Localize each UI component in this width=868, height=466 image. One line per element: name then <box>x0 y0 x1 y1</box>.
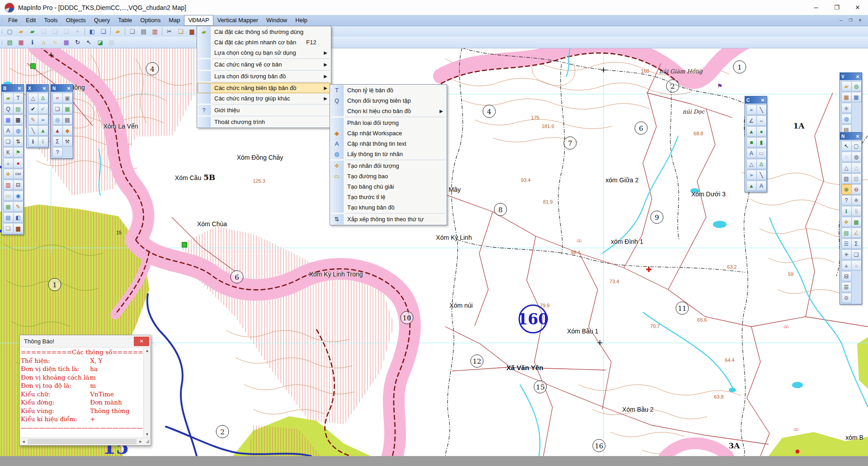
grid-black-2-icon[interactable]: ▩ <box>13 114 24 125</box>
vdmap-menu-item[interactable]: ▰Cài đặt các thông số thường dùng <box>198 27 330 37</box>
select-circle-icon[interactable]: ◌ <box>841 152 852 162</box>
palette-title-bar[interactable]: B✕ <box>2 85 24 92</box>
map-points-icon[interactable]: ▦ <box>851 92 862 102</box>
map-pencil-icon[interactable]: ▦ <box>841 92 852 102</box>
check-light-icon[interactable]: ✔ <box>38 104 48 114</box>
rotate-view-icon[interactable]: ↻ <box>72 38 83 48</box>
vdmap-menu-item[interactable]: Các chức năng trợ giúp khác▶ <box>198 93 330 104</box>
child-restore-button[interactable]: ❐ <box>846 17 855 24</box>
reshape-add-icon[interactable]: ∆ <box>756 159 767 169</box>
reshape-add-icon[interactable]: ∆ <box>38 93 48 103</box>
menubar-item-vertical-mapper[interactable]: Vertical Mapper <box>213 15 262 26</box>
dialog-vertical-scrollbar[interactable]: ▲ ▼ <box>143 347 151 437</box>
document-icon[interactable]: ▤ <box>62 114 73 125</box>
scale-2-icon[interactable]: ⊟ <box>841 271 852 281</box>
legend-icon[interactable]: ☰ <box>841 238 852 249</box>
rectangle-icon[interactable]: ■ <box>746 137 757 147</box>
vdmap-menu-item[interactable]: Lựa chọn công cụ bạn sử dụng▶ <box>198 48 330 58</box>
select-arrow-2-icon[interactable]: ↖ <box>84 38 94 48</box>
save-disk-icon[interactable]: ◧ <box>13 212 24 223</box>
info-2-icon[interactable]: ℹ <box>841 206 852 216</box>
zoom-out-icon[interactable]: ⊖ <box>851 184 862 195</box>
label-tag-icon[interactable]: ❖ <box>3 169 14 179</box>
query-Q-icon[interactable]: Q <box>3 104 14 114</box>
pan-hand-icon[interactable]: ❖ <box>851 195 862 205</box>
menubar-item-map[interactable]: Map <box>165 15 184 26</box>
submenu-item[interactable]: Tạo bảng chú giải <box>330 181 446 192</box>
zoom-in-icon[interactable]: ⊕ <box>841 184 852 195</box>
flag-icon[interactable]: ⚑ <box>13 147 24 157</box>
resize-grip-icon[interactable]: ◢ <box>144 438 151 445</box>
text-arrow-icon[interactable]: A <box>756 181 767 191</box>
scroll-right-icon[interactable]: ► <box>137 439 144 444</box>
menubar-item-query[interactable]: Query <box>90 15 114 26</box>
map-edit-icon[interactable]: ▦ <box>62 104 73 114</box>
frame-icon[interactable]: ▭ <box>3 190 14 201</box>
pin-arrow-icon[interactable]: ➢ <box>746 170 757 180</box>
paste-clip-icon[interactable]: ▆ <box>187 26 197 36</box>
rounded-rect-icon[interactable]: ▮ <box>756 137 767 147</box>
submenu-item[interactable]: Phân loại đối tượng <box>330 118 446 128</box>
scroll-left-icon[interactable]: ◄ <box>20 439 27 444</box>
window-gray-icon[interactable]: ❏ <box>50 26 60 36</box>
help-2-icon[interactable]: ? <box>841 195 852 205</box>
select-poly-icon[interactable]: △ <box>841 162 852 173</box>
vdmap-menu-item[interactable]: Lựa chọn đối tượng bản đồ▶ <box>198 71 330 81</box>
image-window-icon[interactable]: ❏ <box>52 104 63 114</box>
scroll-down-icon[interactable]: ▼ <box>145 432 149 437</box>
node-gear-icon[interactable]: ✳ <box>841 249 852 260</box>
reshape-icon[interactable]: △ <box>746 159 757 169</box>
clip-gray-icon[interactable]: § <box>851 206 862 216</box>
vdmap-menu-item[interactable]: ?Giới thiệu <box>198 105 330 115</box>
help-icon[interactable]: ? <box>52 147 63 157</box>
traffic-light-icon[interactable]: ▥ <box>3 180 14 190</box>
record-red-icon[interactable]: ● <box>13 158 24 168</box>
equals-icon[interactable]: = <box>52 93 63 103</box>
info-white-icon[interactable]: ℹ <box>28 136 38 147</box>
grid-red-icon[interactable]: ▦ <box>16 38 26 48</box>
shield-gray-icon[interactable]: ◆ <box>841 103 852 113</box>
submenu-item[interactable]: ◆Cập nhật Workspace <box>330 128 446 138</box>
pencil-icon[interactable]: ✎ <box>28 114 38 125</box>
arc-icon[interactable]: ⌢ <box>756 115 767 126</box>
scroll-up-icon[interactable]: ▲ <box>145 348 149 353</box>
house-info-icon[interactable]: ⌂ <box>38 38 49 48</box>
search-icon[interactable]: ◎ <box>52 114 63 125</box>
folder-map-icon[interactable]: ▰ <box>841 81 852 91</box>
palette-close-icon[interactable]: ✕ <box>855 74 860 79</box>
palette-title-bar[interactable]: X✕ <box>27 85 48 92</box>
submenu-item[interactable]: ACập nhật thông tin text <box>330 138 446 149</box>
palette-close-icon[interactable]: ✕ <box>17 86 22 91</box>
print-window-icon[interactable]: ❏ <box>127 26 137 36</box>
palette-title-bar[interactable]: V✕ <box>840 73 862 80</box>
text-style-icon[interactable]: A <box>3 125 14 136</box>
submenu-item[interactable]: ❖Tạo nhãn đối tượng <box>330 161 446 171</box>
palette-title-bar[interactable]: N✕ <box>840 133 862 140</box>
tag-2-icon[interactable]: ❖ <box>841 217 852 227</box>
globe-green-icon[interactable]: ◍ <box>851 81 862 91</box>
text-T-icon[interactable]: T <box>13 93 24 103</box>
menubar-item-edit[interactable]: Edit <box>22 15 40 26</box>
vdmap-menu-item[interactable]: Thoát chương trình <box>198 117 330 127</box>
globe-2-icon[interactable]: ◉ <box>13 190 24 201</box>
window-gray-icon[interactable]: ❏ <box>38 26 49 36</box>
child-minimize-button[interactable]: ─ <box>837 17 845 24</box>
hatch-2-icon[interactable]: ▨ <box>851 173 862 184</box>
copy-pages-icon[interactable]: ❏ <box>175 26 186 36</box>
camera-icon[interactable]: ▣ <box>62 93 73 103</box>
palette-close-icon[interactable]: ✕ <box>66 86 71 91</box>
paste-clip-icon[interactable]: ▆ <box>13 223 24 233</box>
grid-chip-icon[interactable]: ▦ <box>3 201 14 212</box>
ruler-icon[interactable]: ∠ <box>851 228 862 238</box>
line-diag-icon[interactable]: ╲ <box>28 125 38 136</box>
select-node-icon[interactable]: ◍ <box>851 152 862 162</box>
save-window-icon[interactable]: ❏ <box>98 26 108 36</box>
menubar-item-file[interactable]: File <box>4 15 22 26</box>
check-icon[interactable]: ✔ <box>28 104 38 114</box>
submenu-item[interactable]: Tạo khung bản đồ <box>330 202 446 213</box>
hscroll-thumb[interactable] <box>28 439 137 444</box>
sigma-2-icon[interactable]: Σ <box>851 238 862 249</box>
submenu-item[interactable]: TChọn tỷ lệ bản đồ <box>330 85 446 95</box>
text-A-icon[interactable]: A <box>746 148 757 158</box>
hatch-1-icon[interactable]: ▨ <box>841 173 852 184</box>
